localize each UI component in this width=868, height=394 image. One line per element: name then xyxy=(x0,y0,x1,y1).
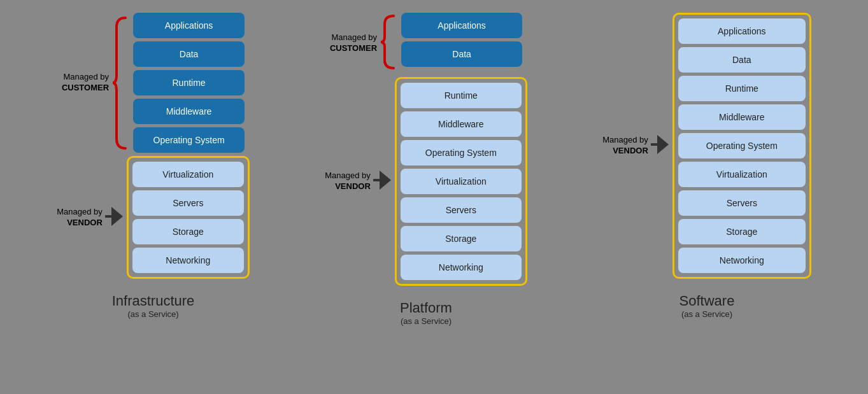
paas-column: Managed byCUSTOMER Applications Data Man… xyxy=(325,13,527,326)
paas-vendor-arrow xyxy=(373,167,391,195)
paas-vendor-box: Runtime Middleware Operating System Virt… xyxy=(395,77,527,286)
paas-layer-storage: Storage xyxy=(401,226,522,251)
saas-layer-applications: Applications xyxy=(678,18,806,44)
iaas-layer-data: Data xyxy=(133,41,245,67)
iaas-title: Infrastructure xyxy=(112,293,195,309)
iaas-customer-label: Managed byCUSTOMER xyxy=(62,72,109,94)
iaas-layer-runtime: Runtime xyxy=(133,70,245,95)
iaas-layer-networking: Networking xyxy=(132,248,244,273)
saas-subtitle: (as a Service) xyxy=(679,309,735,319)
saas-layer-storage: Storage xyxy=(678,219,806,244)
paas-layer-middleware: Middleware xyxy=(401,111,522,137)
paas-vendor-label: Managed byVENDOR xyxy=(325,171,371,192)
paas-layer-os: Operating System xyxy=(401,140,522,165)
saas-layer-middleware: Middleware xyxy=(678,104,806,130)
iaas-column: Managed byCUSTOMER Applications Data Run… xyxy=(57,13,250,319)
iaas-customer-layers: Applications Data Runtime Middleware Ope… xyxy=(133,13,245,153)
svg-rect-3 xyxy=(373,179,380,181)
iaas-vendor-arrow xyxy=(105,204,123,232)
saas-vendor-label: Managed byVENDOR xyxy=(602,135,648,157)
svg-rect-1 xyxy=(105,215,111,218)
saas-layer-servers: Servers xyxy=(678,190,806,216)
iaas-layer-virtualization: Virtualization xyxy=(132,162,244,187)
diagram-container: Managed byCUSTOMER Applications Data Run… xyxy=(0,0,868,394)
saas-vendor-arrow xyxy=(651,132,669,160)
paas-title: Platform xyxy=(400,300,452,316)
saas-layer-os: Operating System xyxy=(678,133,806,158)
iaas-subtitle: (as a Service) xyxy=(112,309,195,319)
paas-customer-bracket xyxy=(380,13,397,74)
svg-marker-0 xyxy=(111,207,123,226)
paas-layer-applications: Applications xyxy=(401,13,522,38)
paas-customer-layers: Applications Data xyxy=(401,13,522,74)
iaas-layer-middleware: Middleware xyxy=(133,99,245,124)
iaas-layer-os: Operating System xyxy=(133,127,245,153)
paas-layer-data: Data xyxy=(401,41,522,67)
svg-rect-5 xyxy=(651,143,657,146)
saas-column: Managed byVENDOR Applications Data Runti… xyxy=(602,13,811,319)
saas-title: Software xyxy=(679,293,735,309)
paas-subtitle: (as a Service) xyxy=(400,316,452,326)
iaas-layer-storage: Storage xyxy=(132,219,244,244)
iaas-customer-bracket xyxy=(111,15,129,151)
saas-layer-runtime: Runtime xyxy=(678,76,806,101)
iaas-vendor-label: Managed byVENDOR xyxy=(57,207,103,229)
paas-layer-virtualization: Virtualization xyxy=(401,169,522,194)
paas-layer-runtime: Runtime xyxy=(401,83,522,108)
saas-layer-virtualization: Virtualization xyxy=(678,162,806,187)
iaas-vendor-box: Virtualization Servers Storage Networkin… xyxy=(127,156,250,279)
paas-customer-label: Managed byCUSTOMER xyxy=(330,32,377,54)
saas-vendor-box: Applications Data Runtime Middleware Ope… xyxy=(672,13,811,279)
svg-marker-4 xyxy=(657,135,669,154)
paas-layer-servers: Servers xyxy=(401,197,522,223)
paas-layer-networking: Networking xyxy=(401,255,522,280)
iaas-layer-servers: Servers xyxy=(132,190,244,216)
saas-layer-data: Data xyxy=(678,47,806,73)
iaas-layer-applications: Applications xyxy=(133,13,245,38)
svg-marker-2 xyxy=(380,171,391,190)
saas-layer-networking: Networking xyxy=(678,248,806,273)
